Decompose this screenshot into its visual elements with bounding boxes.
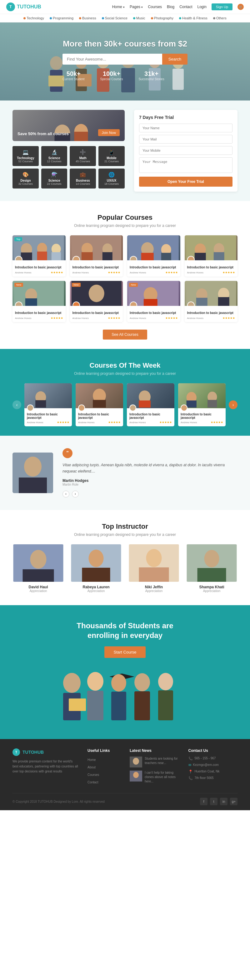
cat-card-math[interactable]: ➕ Math 45 Courses <box>70 146 96 166</box>
trial-submit-button[interactable]: Open Your Free Trial <box>139 177 232 187</box>
cat-card-mobile[interactable]: 📱 Mobile 21 Courses <box>98 146 125 166</box>
course-title: Introduction to basic javascript <box>72 311 121 315</box>
trial-message-input[interactable] <box>139 157 232 173</box>
footer-link-contact[interactable]: Contact <box>88 781 98 784</box>
footer-link-home[interactable]: Home <box>88 758 96 762</box>
week-instructor: Andrew Hones <box>181 421 197 424</box>
nav-pages[interactable]: Pages <box>130 5 143 9</box>
week-card-3[interactable]: Introduction to basic javascript Andrew … <box>127 383 175 426</box>
nav-home[interactable]: Home <box>112 5 125 9</box>
course-thumbnail: New <box>127 281 180 306</box>
carousel-prev-button[interactable]: ‹ <box>13 401 21 409</box>
course-stars: ★★★★★ <box>165 317 178 320</box>
nav-courses[interactable]: Courses <box>148 5 162 9</box>
course-card-3[interactable]: Introduction to basic javascript Andrew … <box>127 235 180 277</box>
footer-contact-title: Contact Us <box>188 748 238 753</box>
trial-phone-input[interactable] <box>139 146 232 155</box>
cat-card-science[interactable]: 🔬 Science 12 Courses <box>41 146 67 166</box>
testimonial-prev-button[interactable]: ‹ <box>62 491 69 498</box>
category-technology[interactable]: Technology <box>23 16 44 20</box>
cat-card-science-2[interactable]: ⚗️ Science 22 Courses <box>41 169 67 189</box>
instructor-card-niki[interactable]: Niki Jeffin Appreciation <box>128 544 180 593</box>
course-card-4[interactable]: Introduction to basic javascript Andrew … <box>185 235 238 277</box>
category-social-science[interactable]: Social Science <box>102 16 128 20</box>
svg-rect-89 <box>158 690 173 720</box>
cart-icon[interactable]: 🛒 <box>237 4 244 10</box>
course-meta: Andrew Hones ★★★★★ <box>187 271 235 274</box>
cat-count: 45 Courses <box>72 160 93 163</box>
signup-button[interactable]: Sign Up <box>212 3 232 10</box>
instructor-photo <box>70 544 122 582</box>
course-card-2[interactable]: Introduction to basic javascript Andrew … <box>70 235 123 277</box>
twitter-icon[interactable]: t <box>210 798 218 805</box>
linkedin-icon[interactable]: in <box>220 798 228 805</box>
week-avatar <box>27 404 34 411</box>
enroll-button[interactable]: Start Course <box>104 646 146 658</box>
course-card-6[interactable]: New Introduction to basic javascript And… <box>70 281 123 322</box>
category-label: Technology <box>27 16 44 20</box>
svg-rect-42 <box>25 298 37 306</box>
week-avatar <box>78 404 85 411</box>
category-others[interactable]: Others <box>213 16 226 20</box>
svg-point-84 <box>111 674 126 692</box>
cat-label: Science <box>44 179 65 182</box>
svg-rect-54 <box>35 400 46 407</box>
stat-number: 31k+ <box>138 70 164 77</box>
footer-link-courses[interactable]: Courses <box>88 773 99 776</box>
svg-rect-29 <box>102 252 112 260</box>
category-business[interactable]: Business <box>79 16 96 20</box>
course-card-7[interactable]: New Introduction to basic javascript And… <box>127 281 180 322</box>
nav-blog[interactable]: Blog <box>167 5 175 9</box>
week-card-2[interactable]: Introduction to basic javascript Andrew … <box>75 383 123 426</box>
stat-number: 50k+ <box>62 70 85 77</box>
course-title: Introduction to basic javascript <box>15 311 63 315</box>
svg-point-44 <box>88 285 104 302</box>
cat-count: 22 Courses <box>44 182 65 185</box>
contact-phone-1: 📞 565 - 155 - 967 <box>188 757 238 760</box>
week-card-1[interactable]: Introduction to basic javascript Andrew … <box>24 383 72 426</box>
category-programming[interactable]: Programming <box>50 16 74 20</box>
see-all-courses-button[interactable]: See All Courses <box>103 329 147 340</box>
footer-link-about[interactable]: About <box>88 765 96 769</box>
news-thumbnail <box>130 771 142 781</box>
svg-rect-24 <box>51 252 61 260</box>
testimonial-next-button[interactable]: › <box>72 491 79 498</box>
cat-card-business[interactable]: 💼 Business 14 Courses <box>70 169 96 189</box>
promo-card-button[interactable]: Join Now <box>98 129 120 136</box>
nav-contact[interactable]: Contact <box>179 5 192 9</box>
nav-login[interactable]: Login <box>197 5 206 9</box>
cat-card-technology[interactable]: 💻 Technology 52 Courses <box>13 146 39 166</box>
testimonial-nav: ‹ › <box>62 491 237 498</box>
googleplus-icon[interactable]: g+ <box>230 798 237 805</box>
cat-label: Mobile <box>101 156 122 160</box>
category-music[interactable]: Music <box>133 16 145 20</box>
course-meta: Andrew Hones ★★★★★ <box>72 271 121 274</box>
course-title: Introduction to basic javascript <box>187 265 235 270</box>
instructor-card-shampa[interactable]: Shampa Khati Appreciation <box>186 544 237 593</box>
logo-icon: T <box>6 3 15 11</box>
course-stars: ★★★★★ <box>165 271 178 274</box>
course-info: Introduction to basic javascript Andrew … <box>13 260 66 277</box>
carousel-next-button[interactable]: › <box>229 401 237 409</box>
search-button[interactable]: Search <box>162 54 188 65</box>
footer-links-list: Home About Courses Contact <box>88 757 120 784</box>
cat-card-design[interactable]: 🎨 Design 32 Courses <box>13 169 39 189</box>
week-card-4[interactable]: Introduction to basic javascript Andrew … <box>178 383 226 426</box>
course-card-1[interactable]: Top Introduction to basic javascript And… <box>13 235 66 277</box>
category-photography[interactable]: Photography <box>151 16 173 20</box>
trial-name-input[interactable] <box>139 124 232 132</box>
course-card-5[interactable]: New Introduction to basic javascript And… <box>13 281 66 322</box>
instructor-card-david[interactable]: David Haul Appreciation <box>13 544 64 593</box>
logo[interactable]: T TUTOHUB <box>6 3 41 11</box>
trial-email-input[interactable] <box>139 135 232 143</box>
cat-card-ux[interactable]: 🌐 UX/UX 18 Courses <box>98 169 125 189</box>
cat-label: Business <box>72 179 93 182</box>
contact-text: Huertton Coat, Nk <box>195 770 220 774</box>
course-meta: Andrew Hones ★★★★★ <box>130 317 178 320</box>
course-info: Introduction to basic javascript Andrew … <box>127 260 180 277</box>
instructor-card-rabeya[interactable]: Rabeya Lauren Appreciation <box>70 544 122 593</box>
course-card-8[interactable]: Introduction to basic javascript Andrew … <box>185 281 238 322</box>
facebook-icon[interactable]: f <box>200 798 207 805</box>
category-health[interactable]: Health & Fitness <box>179 16 207 20</box>
search-input[interactable] <box>62 54 162 65</box>
